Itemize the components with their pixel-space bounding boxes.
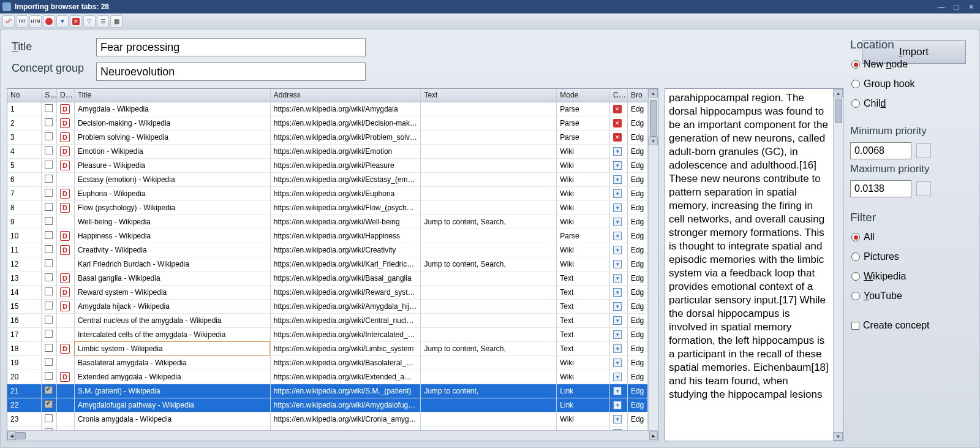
table-row[interactable]: 13DBasal ganglia - Wikipediahttps://en.w… (7, 271, 648, 285)
checkbox-icon[interactable] (45, 372, 53, 380)
table-row[interactable]: 24Fear processing in the brain - Wikiped… (7, 426, 648, 430)
min-priority-input[interactable] (850, 142, 911, 159)
radio-filter-wikipedia[interactable]: Wikipedia (851, 271, 965, 282)
close-icon[interactable]: ✕ (613, 133, 622, 142)
scroll-thumb[interactable] (15, 432, 26, 439)
cell-clo[interactable] (610, 271, 628, 285)
table-row[interactable]: 14DReward system - Wikipediahttps://en.w… (7, 285, 648, 299)
cell-clo[interactable]: ✕ (610, 116, 628, 130)
checkbox-icon[interactable] (45, 118, 53, 126)
col-header-title[interactable]: Title (74, 89, 270, 102)
cell-clo[interactable] (610, 186, 628, 200)
radio-group-hook[interactable]: Group hook (851, 78, 965, 89)
checkbox-icon[interactable] (45, 330, 53, 338)
cell-clo[interactable] (610, 412, 628, 426)
cell-sel[interactable] (42, 313, 57, 327)
cell-sel[interactable] (42, 130, 57, 144)
checkbox-icon[interactable] (45, 259, 53, 267)
delete-icon[interactable] (70, 15, 82, 28)
table-row[interactable]: 23Cronia amygdala - Wikipediahttps://en.… (7, 412, 648, 426)
col-header-clo[interactable]: Clo (610, 89, 628, 102)
list-icon[interactable] (97, 15, 109, 28)
scroll-thumb[interactable] (835, 99, 842, 123)
cell-clo[interactable] (610, 313, 628, 327)
table-row[interactable]: 17Intercalated cells of the amygdala - W… (7, 327, 648, 341)
checkbox-icon[interactable] (45, 386, 53, 394)
table-row[interactable]: 16Central nucleus of the amygdala - Wiki… (7, 313, 648, 327)
table-row[interactable]: 19Basolateral amygdala - Wikipediahttps:… (7, 355, 648, 370)
table-row[interactable]: 6Ecstasy (emotion) - Wikipediahttps://en… (7, 172, 648, 186)
cell-sel[interactable] (42, 285, 57, 299)
checkbox-icon[interactable] (45, 104, 53, 112)
close-icon[interactable]: ✕ (613, 119, 622, 127)
maximize-button[interactable]: ▢ (949, 2, 963, 12)
cell-clo[interactable] (610, 158, 628, 172)
cell-sel[interactable] (42, 299, 57, 313)
title-input[interactable] (96, 38, 366, 56)
checkbox-icon[interactable] (45, 358, 53, 366)
col-header-no[interactable]: No (7, 89, 42, 102)
table-row[interactable]: 11DCreativity - Wikipediahttps://en.wiki… (7, 243, 648, 257)
grid-icon[interactable] (110, 15, 123, 28)
checkbox-icon[interactable] (45, 273, 53, 281)
cell-sel[interactable] (42, 271, 57, 285)
checkbox-icon[interactable] (45, 175, 53, 183)
checkbox-icon[interactable] (45, 217, 53, 225)
checkbox-icon[interactable] (45, 132, 53, 140)
filter-icon[interactable] (83, 15, 96, 28)
cell-sel[interactable] (42, 102, 57, 116)
scroll-down-icon[interactable]: ▼ (834, 432, 843, 441)
cell-clo[interactable] (610, 257, 628, 271)
table-row[interactable]: 2DDecision-making - Wikipediahttps://en.… (7, 116, 648, 130)
cell-sel[interactable] (42, 355, 57, 370)
radio-new-node[interactable]: New node (851, 59, 965, 70)
cell-clo[interactable] (610, 370, 628, 384)
stop-icon[interactable] (43, 15, 55, 28)
cell-sel[interactable] (42, 158, 57, 172)
cell-sel[interactable] (42, 370, 57, 384)
cell-clo[interactable] (610, 243, 628, 257)
checkbox-icon[interactable] (45, 400, 53, 408)
max-priority-button[interactable] (916, 181, 931, 196)
cell-sel[interactable] (42, 215, 57, 229)
cell-clo[interactable] (610, 327, 628, 341)
min-priority-button[interactable] (916, 143, 931, 158)
table-row[interactable]: 10DHappiness - Wikipediahttps://en.wikip… (7, 229, 648, 243)
scroll-right-icon[interactable]: ▶ (649, 431, 658, 440)
close-icon[interactable]: ✕ (613, 105, 622, 113)
cell-clo[interactable] (610, 341, 628, 355)
cell-clo[interactable] (610, 426, 628, 430)
radio-filter-pictures[interactable]: Pictures (851, 251, 965, 262)
checkbox-icon[interactable] (45, 344, 53, 352)
max-priority-input[interactable] (850, 180, 911, 197)
html-mode-icon[interactable]: HTM (29, 15, 42, 28)
preview-vertical-scrollbar[interactable]: ▲ ▼ (833, 89, 843, 441)
col-header-dup[interactable]: Dup (56, 89, 74, 102)
text-mode-icon[interactable]: TXT (16, 15, 28, 28)
cell-sel[interactable] (42, 398, 57, 412)
col-header-text[interactable]: Text (421, 89, 557, 102)
checkbox-icon[interactable] (45, 231, 53, 239)
table-row[interactable]: 18DLimbic system - Wikipediahttps://en.w… (7, 341, 648, 355)
cell-clo[interactable] (610, 355, 628, 370)
cell-clo[interactable]: ✕ (610, 102, 628, 116)
sitemap-icon[interactable] (2, 15, 15, 28)
checkbox-icon[interactable] (45, 146, 53, 154)
checkbox-icon[interactable] (45, 287, 53, 295)
checkbox-icon[interactable] (45, 189, 53, 197)
cell-sel[interactable] (42, 412, 57, 426)
table-row[interactable]: 8DFlow (psychology) - Wikipediahttps://e… (7, 200, 648, 215)
scroll-up-icon[interactable]: ▲ (834, 89, 843, 97)
table-row[interactable]: 3DProblem solving - Wikipediahttps://en.… (7, 130, 648, 144)
cell-sel[interactable] (42, 144, 57, 158)
cell-clo[interactable]: ✕ (610, 130, 628, 144)
cell-sel[interactable] (42, 327, 57, 341)
table-row[interactable]: 9Well-being - Wikipediahttps://en.wikipe… (7, 215, 648, 229)
cell-sel[interactable] (42, 341, 57, 355)
scroll-thumb[interactable] (650, 100, 657, 137)
checkbox-icon[interactable] (45, 245, 53, 253)
table-vertical-scrollbar[interactable]: ▲ ▼ (648, 89, 658, 430)
cell-sel[interactable] (42, 200, 57, 215)
table-row[interactable]: 22Amygdalofugal pathway - Wikipediahttps… (7, 398, 648, 412)
col-header-bro[interactable]: Bro (627, 89, 647, 102)
